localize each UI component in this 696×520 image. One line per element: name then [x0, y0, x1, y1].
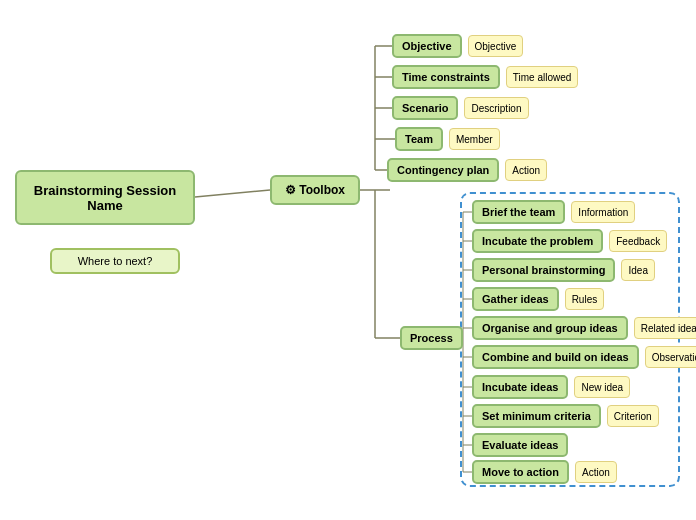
process-item-3: Gather ideas Rules: [472, 287, 604, 311]
process-item-7: Set minimum criteria Criterion: [472, 404, 659, 428]
process-node-row: Process: [400, 326, 463, 350]
where-next-label: Where to next?: [78, 255, 153, 267]
process-personal-brainstorming-node[interactable]: Personal brainstorming: [472, 258, 615, 282]
process-item-6: Incubate ideas New idea: [472, 375, 630, 399]
toolbox-node[interactable]: ⚙ Toolbox: [270, 175, 360, 205]
process-node[interactable]: Process: [400, 326, 463, 350]
branch-scenario-label[interactable]: Description: [464, 97, 528, 119]
branch-time-label[interactable]: Time allowed: [506, 66, 579, 88]
process-move-action-label[interactable]: Action: [575, 461, 617, 483]
process-item-0: Brief the team Information: [472, 200, 635, 224]
process-incubate-ideas-node[interactable]: Incubate ideas: [472, 375, 568, 399]
branch-scenario-node[interactable]: Scenario: [392, 96, 458, 120]
branch-contingency-node[interactable]: Contingency plan: [387, 158, 499, 182]
branch-team: Team Member: [395, 127, 500, 151]
branch-contingency-label[interactable]: Action: [505, 159, 547, 181]
branch-contingency: Contingency plan Action: [387, 158, 547, 182]
process-organise-label[interactable]: Related ideas: [634, 317, 696, 339]
branch-team-label[interactable]: Member: [449, 128, 500, 150]
process-item-5: Combine and build on ideas Observation: [472, 345, 696, 369]
process-gather-ideas-node[interactable]: Gather ideas: [472, 287, 559, 311]
process-organise-node[interactable]: Organise and group ideas: [472, 316, 628, 340]
process-gather-ideas-label[interactable]: Rules: [565, 288, 605, 310]
branch-objective-label[interactable]: Objective: [468, 35, 524, 57]
main-node[interactable]: Brainstorming Session Name: [15, 170, 195, 225]
process-set-criteria-node[interactable]: Set minimum criteria: [472, 404, 601, 428]
process-incubate-ideas-label[interactable]: New idea: [574, 376, 630, 398]
branch-objective: Objective Objective: [392, 34, 523, 58]
toolbox-label: ⚙ Toolbox: [285, 183, 345, 197]
process-personal-brainstorming-label[interactable]: Idea: [621, 259, 654, 281]
process-item-1: Incubate the problem Feedback: [472, 229, 667, 253]
process-combine-label[interactable]: Observation: [645, 346, 696, 368]
process-brief-node[interactable]: Brief the team: [472, 200, 565, 224]
process-item-9: Move to action Action: [472, 460, 617, 484]
branch-scenario: Scenario Description: [392, 96, 529, 120]
process-incubate-problem-label[interactable]: Feedback: [609, 230, 667, 252]
where-next-node[interactable]: Where to next?: [50, 248, 180, 274]
process-combine-node[interactable]: Combine and build on ideas: [472, 345, 639, 369]
process-item-8: Evaluate ideas: [472, 433, 568, 457]
process-item-4: Organise and group ideas Related ideas: [472, 316, 696, 340]
process-evaluate-node[interactable]: Evaluate ideas: [472, 433, 568, 457]
process-move-action-node[interactable]: Move to action: [472, 460, 569, 484]
svg-line-0: [195, 190, 270, 197]
process-item-2: Personal brainstorming Idea: [472, 258, 655, 282]
process-set-criteria-label[interactable]: Criterion: [607, 405, 659, 427]
branch-time: Time constraints Time allowed: [392, 65, 578, 89]
process-incubate-problem-node[interactable]: Incubate the problem: [472, 229, 603, 253]
branch-objective-node[interactable]: Objective: [392, 34, 462, 58]
branch-time-node[interactable]: Time constraints: [392, 65, 500, 89]
main-node-label: Brainstorming Session Name: [17, 183, 193, 213]
branch-team-node[interactable]: Team: [395, 127, 443, 151]
process-brief-label[interactable]: Information: [571, 201, 635, 223]
